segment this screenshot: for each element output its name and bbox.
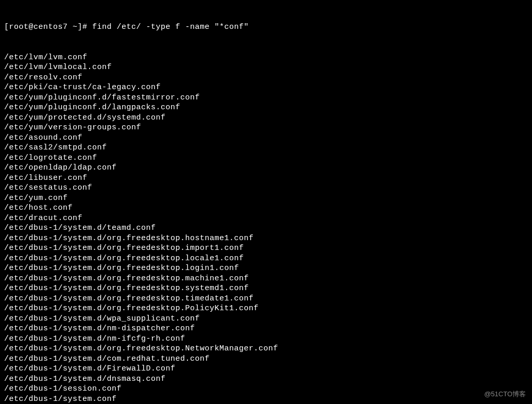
- output-line: /etc/dbus-1/system.d/org.freedesktop.Pol…: [4, 304, 528, 314]
- output-line: /etc/yum/pluginconf.d/langpacks.conf: [4, 103, 528, 113]
- output-line: /etc/libuser.conf: [4, 173, 528, 183]
- output-line: /etc/resolv.conf: [4, 73, 528, 83]
- output-line: /etc/lvm/lvmlocal.conf: [4, 62, 528, 73]
- output-line: /etc/dbus-1/system.conf: [4, 394, 528, 405]
- output-line: /etc/dbus-1/system.d/FirewallD.conf: [4, 364, 528, 374]
- output-line: /etc/host.conf: [4, 203, 528, 213]
- output-line: /etc/dbus-1/system.d/org.freedesktop.Net…: [4, 344, 528, 354]
- output-line: /etc/dbus-1/system.d/wpa_supplicant.conf: [4, 314, 528, 324]
- command-text: find /etc/ -type f -name "*conf": [92, 23, 249, 31]
- output-line: /etc/dbus-1/system.d/dnsmasq.conf: [4, 374, 528, 384]
- output-line: /etc/dbus-1/session.conf: [4, 384, 528, 394]
- output-line: /etc/pki/ca-trust/ca-legacy.conf: [4, 82, 528, 93]
- output-line: /etc/dbus-1/system.d/teamd.conf: [4, 223, 528, 233]
- output-line: /etc/dbus-1/system.d/com.redhat.tuned.co…: [4, 354, 528, 364]
- output-line: /etc/yum/protected.d/systemd.conf: [4, 113, 528, 123]
- output-line: /etc/openldap/ldap.conf: [4, 163, 528, 173]
- shell-prompt: [root@centos7 ~]#: [4, 23, 92, 31]
- output-line: /etc/yum.conf: [4, 193, 528, 204]
- output-line: /etc/dbus-1/system.d/nm-dispatcher.conf: [4, 324, 528, 334]
- terminal-output[interactable]: [root@centos7 ~]# find /etc/ -type f -na…: [4, 2, 528, 404]
- output-line: /etc/dbus-1/system.d/org.freedesktop.mac…: [4, 274, 528, 284]
- watermark-text: @51CTO博客: [484, 390, 526, 399]
- output-line: /etc/sestatus.conf: [4, 183, 528, 193]
- output-line: /etc/dbus-1/system.d/org.freedesktop.sys…: [4, 283, 528, 294]
- output-line: /etc/dbus-1/system.d/org.freedesktop.hos…: [4, 233, 528, 244]
- output-line: /etc/dbus-1/system.d/org.freedesktop.log…: [4, 263, 528, 274]
- output-line: /etc/asound.conf: [4, 133, 528, 143]
- command-output: /etc/lvm/lvm.conf/etc/lvm/lvmlocal.conf/…: [4, 53, 528, 405]
- output-line: /etc/sasl2/smtpd.conf: [4, 143, 528, 153]
- output-line: /etc/dracut.conf: [4, 213, 528, 224]
- output-line: /etc/logrotate.conf: [4, 153, 528, 163]
- output-line: /etc/yum/pluginconf.d/fastestmirror.conf: [4, 93, 528, 103]
- output-line: /etc/dbus-1/system.d/org.freedesktop.tim…: [4, 294, 528, 304]
- output-line: /etc/dbus-1/system.d/nm-ifcfg-rh.conf: [4, 334, 528, 344]
- output-line: /etc/dbus-1/system.d/org.freedesktop.loc…: [4, 254, 528, 264]
- output-line: /etc/dbus-1/system.d/org.freedesktop.imp…: [4, 243, 528, 254]
- output-line: /etc/yum/version-groups.conf: [4, 123, 528, 133]
- command-line: [root@centos7 ~]# find /etc/ -type f -na…: [4, 22, 528, 32]
- output-line: /etc/lvm/lvm.conf: [4, 53, 528, 63]
